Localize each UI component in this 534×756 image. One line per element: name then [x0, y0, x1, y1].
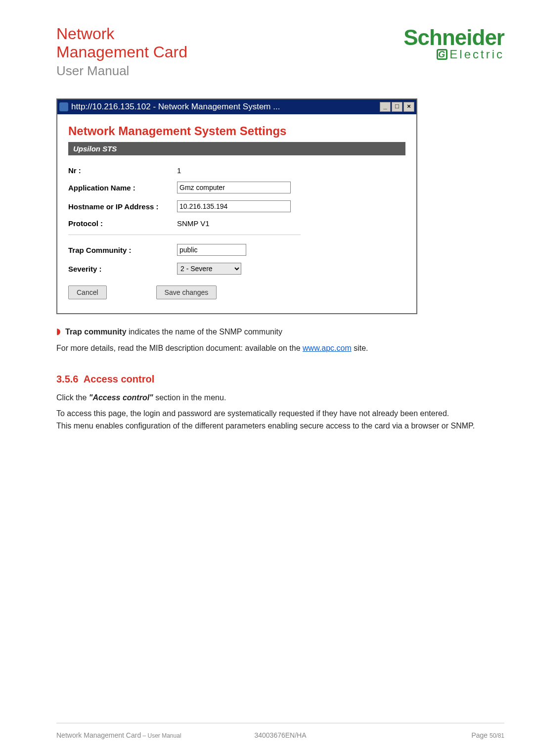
section-title: Access control [84, 374, 154, 384]
footer-right: Page 50/81 [471, 731, 504, 739]
p1-bold: "Access control" [89, 393, 153, 402]
maximize-button[interactable]: □ [392, 102, 402, 112]
severity-label: Severity : [68, 265, 177, 273]
p1-post: section in the menu. [153, 393, 226, 402]
paragraph-menu: This menu enables configuration of the d… [56, 420, 504, 431]
title-line-1: Network [56, 25, 187, 43]
section-heading: 3.5.6 Access control [56, 374, 504, 385]
close-button[interactable]: × [403, 102, 414, 112]
nr-label: Nr : [68, 166, 177, 175]
document-header: Network Management Card User Manual Schn… [56, 25, 504, 79]
page-footer: Network Management Card – User Manual 34… [56, 723, 504, 739]
hostname-input[interactable] [177, 200, 291, 212]
minimize-button[interactable]: _ [380, 102, 391, 112]
footer-left-sub: – User Manual [141, 732, 181, 739]
bullet-trap-community: ◗ Trap community indicates the name of t… [56, 326, 504, 337]
brand-sub-text: Electric [449, 47, 504, 61]
brand-logo: Schneider G Electric [403, 28, 504, 61]
window-titlebar: http://10.216.135.102 - Network Manageme… [57, 99, 416, 114]
application-name-label: Application Name : [68, 184, 177, 192]
details-post: site. [352, 344, 368, 352]
nr-value: 1 [177, 166, 181, 175]
subtitle: User Manual [56, 63, 187, 79]
panel-heading: Network Management System Settings [68, 124, 405, 138]
bullet-text: Trap community indicates the name of the… [65, 326, 282, 337]
protocol-value: SNMP V1 [177, 219, 210, 228]
embedded-window: http://10.216.135.102 - Network Manageme… [56, 98, 417, 314]
details-pre: For more details, read the MIB descripti… [56, 344, 303, 352]
footer-page-label: Page [471, 731, 490, 739]
protocol-label: Protocol : [68, 219, 177, 228]
details-paragraph: For more details, read the MIB descripti… [56, 342, 504, 354]
brand-name: Schneider [403, 28, 504, 47]
footer-page-number: 50/81 [490, 732, 504, 739]
paragraph-click: Click the "Access control" section in th… [56, 392, 504, 403]
trap-community-label: Trap Community : [68, 246, 177, 254]
hostname-label: Hostname or IP Address : [68, 202, 177, 211]
bullet-icon: ◗ [56, 326, 60, 337]
trap-community-input[interactable] [177, 244, 246, 256]
divider [68, 235, 301, 235]
browser-icon [59, 102, 68, 111]
footer-center: 34003676EN/HA [254, 731, 306, 739]
tab-upsilon[interactable]: Upsilon STS [68, 142, 405, 155]
title-block: Network Management Card User Manual [56, 25, 187, 79]
cancel-button[interactable]: Cancel [68, 285, 107, 299]
footer-left-main: Network Management Card [56, 731, 141, 739]
save-changes-button[interactable]: Save changes [156, 285, 217, 299]
p1-pre: Click the [56, 393, 89, 402]
brand-icon: G [437, 49, 447, 60]
window-title-text: http://10.216.135.102 - Network Manageme… [71, 102, 280, 112]
section-number: 3.5.6 [56, 374, 78, 384]
severity-select[interactable]: 2 - Severe [177, 263, 241, 275]
paragraph-access: To access this page, the login and passw… [56, 408, 504, 419]
footer-left: Network Management Card – User Manual [56, 731, 181, 739]
title-line-2: Management Card [56, 43, 187, 61]
apc-link[interactable]: www.apc.com [303, 344, 352, 352]
bullet-bold: Trap community [65, 328, 127, 336]
bullet-rest: indicates the name of the SNMP community [127, 328, 282, 336]
application-name-input[interactable] [177, 182, 291, 193]
